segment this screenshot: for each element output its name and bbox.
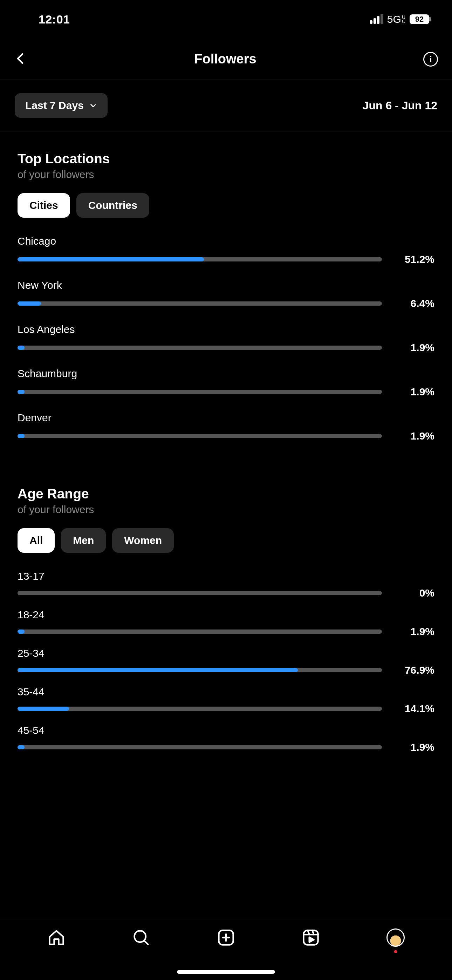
bar-track [18,591,382,595]
age-range-section: Age Range of your followers All Men Wome… [0,456,452,753]
bar-fill [18,345,24,350]
bar-track [18,630,382,634]
bar-track [18,345,382,350]
tab-cities[interactable]: Cities [18,193,70,218]
bar-line: 76.9% [18,664,434,676]
avatar-icon [387,929,405,947]
status-time: 12:01 [0,13,70,26]
section-title: Age Range [18,486,434,501]
tab-profile[interactable] [385,927,406,948]
bar-label: 45-54 [18,724,434,737]
svg-line-1 [144,941,148,945]
home-icon [47,929,65,947]
tab-all[interactable]: All [18,528,55,553]
section-subtitle: of your followers [18,504,434,515]
bar-label: 13-17 [18,570,434,582]
bar-line: 14.1% [18,703,434,715]
bar-track [18,745,382,749]
bar-row: 13-170% [18,570,434,599]
bar-line: 0% [18,587,434,599]
section-subtitle: of your followers [18,169,434,180]
bar-fill [18,434,24,438]
bar-line: 6.4% [18,298,434,310]
bar-track [18,434,382,438]
tab-countries[interactable]: Countries [76,193,149,218]
bar-value: 1.9% [396,626,434,638]
bar-label: Los Angeles [18,323,434,336]
status-right: 5G UC 92 [370,13,431,25]
bar-track [18,706,382,711]
bar-row: 45-541.9% [18,724,434,753]
network-label: 5G UC [387,13,406,25]
bar-row: Chicago51.2% [18,235,434,265]
filter-row: Last 7 Days Jun 6 - Jun 12 [0,80,452,131]
bar-row: 35-4414.1% [18,686,434,715]
bar-track [18,390,382,394]
bar-row: New York6.4% [18,279,434,310]
bar-row: Denver1.9% [18,412,434,442]
bar-fill [18,668,298,672]
home-indicator [177,970,275,974]
bar-value: 1.9% [396,741,434,753]
bar-value: 1.9% [396,342,434,354]
bar-label: New York [18,279,434,291]
tab-men[interactable]: Men [61,528,106,553]
bar-line: 51.2% [18,253,434,265]
bar-line: 1.9% [18,626,434,638]
bar-value: 76.9% [396,664,434,676]
bar-fill [18,390,24,394]
age-tabs: All Men Women [18,528,434,553]
locations-chart: Chicago51.2%New York6.4%Los Angeles1.9%S… [18,235,434,442]
status-bar: 12:01 5G UC 92 [0,0,452,38]
bar-fill [18,257,204,261]
bar-label: Denver [18,412,434,424]
battery-icon: 92 [410,14,431,24]
bar-label: 18-24 [18,609,434,621]
bar-fill [18,301,41,305]
section-title: Top Locations [18,151,434,167]
bar-value: 1.9% [396,386,434,398]
back-button[interactable] [14,52,27,67]
nav-bar: Followers i [0,38,452,80]
bar-track [18,301,382,305]
reels-icon [302,929,320,947]
info-button[interactable]: i [423,52,438,67]
locations-tabs: Cities Countries [18,193,434,218]
bar-row: Los Angeles1.9% [18,323,434,354]
bar-value: 6.4% [396,298,434,310]
bar-fill [18,745,24,749]
tab-reels[interactable] [300,927,321,948]
bar-label: Schaumburg [18,368,434,380]
date-range-dropdown[interactable]: Last 7 Days [15,93,108,118]
bar-track [18,257,382,261]
page-title: Followers [194,51,256,67]
svg-marker-9 [309,937,314,942]
bar-line: 1.9% [18,430,434,442]
chevron-down-icon [89,102,97,109]
notification-dot-icon [394,950,397,953]
bar-row: 18-241.9% [18,609,434,638]
bar-line: 1.9% [18,342,434,354]
search-icon [132,929,150,947]
bar-label: 25-34 [18,648,434,659]
top-locations-section: Top Locations of your followers Cities C… [0,131,452,442]
tab-create[interactable] [215,927,237,948]
bar-value: 51.2% [396,253,434,265]
bar-line: 1.9% [18,741,434,753]
bar-value: 14.1% [396,703,434,715]
bar-line: 1.9% [18,386,434,398]
bar-value: 1.9% [396,430,434,442]
cellular-signal-icon [370,15,383,24]
tab-women[interactable]: Women [112,528,174,553]
bar-label: Chicago [18,235,434,247]
plus-square-icon [217,929,235,947]
date-range-label: Last 7 Days [25,100,84,111]
bar-track [18,668,382,672]
bar-row: 25-3476.9% [18,648,434,676]
battery-level: 92 [410,14,429,24]
bar-fill [18,630,24,634]
bar-row: Schaumburg1.9% [18,368,434,398]
tab-home[interactable] [46,927,67,948]
tab-search[interactable] [131,927,152,948]
bar-fill [18,706,69,711]
